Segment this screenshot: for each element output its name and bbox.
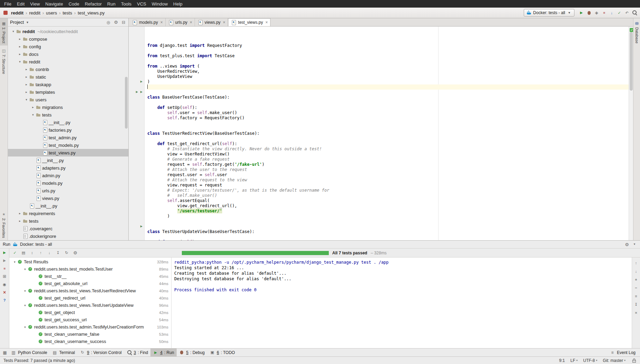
chevron-right-icon[interactable]: ▸ (24, 75, 29, 79)
tree-item-reddit[interactable]: ▾reddit~/cookiecutter/reddit (8, 28, 128, 35)
chevron-right-icon[interactable]: ▸ (24, 68, 29, 71)
editor-scrollbar[interactable] (629, 27, 633, 240)
softwrap-icon[interactable] (633, 293, 639, 299)
tab-close-icon[interactable]: × (265, 20, 268, 25)
pin-icon[interactable] (2, 282, 7, 287)
menu-vcs[interactable]: VCS (134, 0, 149, 8)
chevron-right-icon[interactable]: ▸ (24, 90, 29, 94)
clear-icon[interactable] (633, 310, 639, 315)
stop-icon[interactable] (2, 266, 7, 271)
chevron-right-icon[interactable]: ▸ (17, 45, 22, 48)
code-line[interactable]: class BaseUserTestCase(TestCase): (147, 95, 629, 100)
code-line[interactable] (147, 136, 629, 141)
chevron-right-icon[interactable]: ▸ (30, 105, 36, 109)
test-node-test-results[interactable]: ▾Test Results328ms (9, 258, 171, 265)
gear-icon[interactable] (624, 242, 630, 247)
code-line[interactable]: from ..views import ( (147, 64, 629, 69)
tree-item-models.py[interactable]: models.py (8, 179, 128, 187)
chevron-down-icon[interactable]: ▾ (17, 60, 22, 63)
tree-item-taskapp[interactable]: ▸taskapp (8, 81, 128, 88)
chevron-down-icon[interactable]: ▾ (11, 30, 16, 33)
editor-tab-views.py[interactable]: views.py× (195, 18, 228, 26)
code-line[interactable] (147, 100, 629, 105)
code-line[interactable]: # self.make_user() (147, 193, 629, 198)
chevron-right-icon[interactable]: ▸ (17, 52, 22, 56)
toolwindow-button-5-debug[interactable]: 5: Debug (177, 348, 207, 356)
code-line[interactable]: '/users/testuser/' (147, 209, 629, 214)
status-message[interactable]: Tests Passed: 7 passed (a minute ago) (3, 358, 75, 363)
tab-close-icon[interactable]: × (160, 20, 163, 25)
lock-icon[interactable] (631, 358, 637, 363)
toolwindow-button-event-log[interactable]: Event Log (607, 350, 638, 355)
editor-tab-test_views.py[interactable]: test_views.py× (228, 18, 270, 26)
tree-item-requirements[interactable]: ▸requirements (8, 210, 128, 217)
down-icon[interactable] (633, 269, 639, 274)
toolwindow-button-terminal[interactable]: Terminal (50, 348, 77, 356)
code-line[interactable]: def setUp(self): (147, 240, 629, 240)
menu-window[interactable]: Window (149, 0, 170, 8)
menu-refactor[interactable]: Refactor (82, 0, 105, 8)
code-line[interactable]: from test_plus.test import TestCase (147, 53, 629, 59)
test-node-test__str__[interactable]: test__str__45ms (9, 273, 171, 280)
test-node-test_get_success_url[interactable]: test_get_success_url54ms (9, 316, 171, 323)
code-line[interactable]: # Attach the user to the request (147, 167, 629, 172)
chevron-down-icon[interactable]: ▾ (12, 260, 17, 264)
code-line[interactable]: class TestUserRedirectView(BaseUserTestC… (147, 131, 629, 136)
rerun-icon[interactable] (2, 250, 7, 255)
scrollend-icon[interactable] (633, 302, 639, 307)
toolwindow-button-6-todo[interactable]: 6: TODO (207, 348, 237, 356)
stripe-tab-database[interactable]: Database (633, 18, 640, 46)
code-line[interactable]: # Expect: '/users/testuser/', as that is… (147, 188, 629, 193)
breadcrumb-reddit[interactable]: reddit (10, 10, 24, 16)
test-node-reddit.users.tests.test_views.testuserredirectview[interactable]: ▾reddit.users.tests.test_views.TestUserR… (9, 287, 171, 294)
tree-item-test_views.py[interactable]: test_views.py (8, 149, 128, 156)
tree-item-views.py[interactable]: views.py (8, 194, 128, 202)
tree-item-urls.py[interactable]: urls.py (8, 187, 128, 194)
hide-icon[interactable] (632, 242, 637, 247)
breadcrumb-test_views.py[interactable]: test_views.py (77, 10, 105, 16)
menu-file[interactable]: File (1, 0, 14, 8)
code-line[interactable]: view = UserRedirectView() (147, 152, 629, 157)
show-passed-icon[interactable] (12, 250, 18, 256)
status-widget-9-1[interactable]: 9:1 (559, 358, 565, 363)
doc-icon[interactable] (21, 250, 26, 256)
history-icon[interactable] (64, 250, 69, 256)
code-line[interactable] (147, 84, 629, 90)
run-test-gutter-icon[interactable]: ▶ (140, 80, 142, 83)
chevron-down-icon[interactable]: ▾ (24, 98, 29, 101)
menu-help[interactable]: Help (170, 0, 185, 8)
code-line[interactable]: # Instantiate the view directly. Never d… (147, 146, 629, 152)
toolwindow-button-python-console[interactable]: Python Console (8, 348, 50, 356)
close-icon[interactable] (2, 290, 7, 295)
code-line[interactable]: ) (147, 79, 629, 84)
tree-item-adapters.py[interactable]: adapters.py (8, 164, 128, 172)
toolwindow-button-3-find[interactable]: 3: Find (124, 348, 151, 356)
scrollbar-thumb[interactable] (630, 32, 633, 91)
rerun-failed-icon[interactable] (2, 258, 7, 263)
up-icon[interactable] (633, 260, 639, 266)
tree-item-tests[interactable]: ▸tests (8, 217, 128, 225)
project-panel-title[interactable]: Project (10, 20, 24, 25)
test-node-reddit.users.tests.test_models.testuser[interactable]: ▾reddit.users.tests.test_models.TestUser… (9, 265, 171, 273)
toolwindow-button-9-version-control[interactable]: 9: Version Control (77, 348, 124, 356)
code-line[interactable] (147, 90, 629, 95)
code-line[interactable]: def setUp(self): (147, 105, 629, 110)
code-line[interactable]: from django.test import RequestFactory (147, 43, 629, 48)
chevron-down-icon[interactable]: ▾ (22, 325, 28, 329)
test-node-test_get_object[interactable]: test_get_object42ms (9, 309, 171, 316)
chevron-right-icon[interactable]: ▸ (24, 83, 29, 86)
tree-item-config[interactable]: ▸config (8, 43, 128, 50)
menu-run[interactable]: Run (105, 0, 118, 8)
sort-icon[interactable] (29, 250, 35, 256)
test-node-test_get_absolute_url[interactable]: test_get_absolute_url44ms (9, 280, 171, 287)
tab-close-icon[interactable]: × (189, 20, 192, 25)
menu-navigate[interactable]: Navigate (42, 0, 66, 8)
prev-icon[interactable] (38, 250, 43, 256)
run-test-gutter-icon[interactable]: ▶ (140, 225, 142, 228)
run-config-selector[interactable]: Docker: tests - all (524, 9, 574, 17)
gear-icon[interactable] (72, 250, 78, 256)
code-line[interactable]: def test_get_redirect_url(self): (147, 141, 629, 146)
run-console[interactable]: reddit_pycha:python -u /opt/.pycharm_hel… (171, 257, 632, 348)
vcs-commit-icon[interactable] (617, 10, 622, 16)
menu-edit[interactable]: Edit (14, 0, 27, 8)
